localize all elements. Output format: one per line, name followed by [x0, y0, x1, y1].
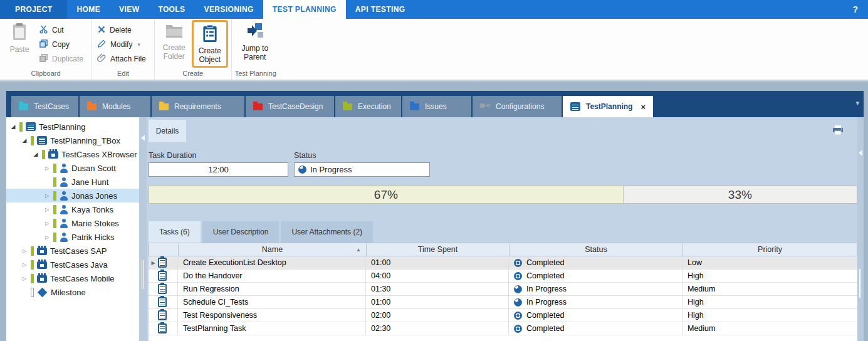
tab-user-description[interactable]: User Description: [202, 221, 280, 243]
tab-configurations[interactable]: Configurations: [473, 96, 562, 117]
tab-tasks[interactable]: Tasks (6): [149, 221, 201, 243]
status-text: Completed: [526, 258, 564, 267]
header-name[interactable]: Name ▲: [178, 243, 366, 256]
tab-user-attachments[interactable]: User Attachments (2): [281, 221, 373, 243]
tab-testcasedesign[interactable]: TestCaseDesign: [246, 96, 334, 117]
cut-button[interactable]: Cut: [37, 24, 88, 36]
tree-item-testplanning-tbox[interactable]: ◢ TestPlanning_TBox: [6, 134, 139, 147]
header-priority[interactable]: Priority: [682, 243, 857, 256]
delete-button[interactable]: Delete: [95, 24, 151, 36]
create-folder-button[interactable]: Create Folder: [158, 20, 191, 61]
copy-button[interactable]: Copy: [37, 38, 88, 51]
menu-home[interactable]: HOME: [67, 0, 110, 19]
task-clipboard-icon: [158, 310, 167, 320]
splitter-grip[interactable]: [142, 260, 144, 289]
tree-item-testcases-java[interactable]: ▷ TestCases Java: [6, 258, 139, 271]
menu-project[interactable]: PROJECT: [0, 0, 67, 19]
collapsed-icon[interactable]: ▷: [21, 262, 28, 268]
tab-testcases[interactable]: TestCases: [11, 96, 78, 117]
menu-test-planning[interactable]: TEST PLANNING: [263, 0, 346, 19]
collapse-left-icon[interactable]: [859, 150, 862, 156]
expanded-icon[interactable]: ◢: [33, 151, 39, 157]
ribbon: Paste Cut Copy: [0, 19, 868, 81]
tree-item-testcases-sap[interactable]: ▷ TestCases SAP: [6, 244, 139, 258]
tree-item-label: TestCases Mobile: [50, 274, 115, 283]
tree-item-testcases-mobile[interactable]: ▷ TestCases Mobile: [6, 271, 139, 285]
tree-item-jonas-jones[interactable]: ▷ Jonas Jones: [6, 189, 139, 202]
table-row[interactable]: Run Regression 01:30 In Progress Medium: [149, 283, 857, 296]
chevron-down-icon[interactable]: ▾: [855, 99, 859, 107]
printer-icon[interactable]: [832, 125, 844, 138]
create-object-button[interactable]: Create Object: [194, 22, 226, 64]
table-row[interactable]: Do the Handover 04:00 Completed High: [149, 270, 857, 283]
tree-item-milestone[interactable]: Milestone: [6, 285, 139, 299]
workspace: TestCases Modules Requirements TestCaseD…: [0, 81, 868, 341]
tree-item-jane-hunt[interactable]: Jane Hunt: [6, 175, 139, 189]
tab-label: TestCaseDesign: [268, 102, 323, 111]
collapsed-icon[interactable]: ▷: [44, 234, 50, 240]
folder-icon: [159, 103, 169, 110]
task-duration-label: Task Duration: [149, 151, 288, 160]
tree-item-label: TestCases XBrowser: [61, 150, 137, 159]
tree-item-label: Dusan Scott: [71, 164, 116, 173]
modify-dropdown-icon[interactable]: ▾: [137, 41, 140, 48]
tree-item-marie-stokes[interactable]: ▷ Marie Stokes: [6, 216, 139, 230]
header-status[interactable]: Status: [509, 243, 682, 256]
cell-status: Completed: [508, 256, 682, 269]
tab-details[interactable]: Details: [149, 120, 186, 142]
row-expand-icon[interactable]: ▶: [150, 260, 156, 266]
cell-status: Completed: [508, 322, 682, 335]
tab-issues[interactable]: Issues: [402, 96, 471, 117]
collapsed-icon[interactable]: ▷: [21, 276, 28, 281]
sort-ascending-icon[interactable]: ▲: [356, 247, 361, 253]
task-duration-input[interactable]: [149, 162, 288, 177]
menu-view[interactable]: VIEW: [110, 0, 149, 19]
duplicate-button[interactable]: Duplicate: [37, 53, 88, 65]
menu-tools[interactable]: TOOLS: [149, 0, 194, 19]
expanded-icon[interactable]: ◢: [21, 137, 28, 144]
expanded-icon[interactable]: ◢: [10, 123, 16, 130]
status-bar: [42, 150, 45, 159]
modify-button[interactable]: Modify ▾: [95, 38, 151, 51]
tree-item-testplanning[interactable]: ◢ TestPlanning: [6, 120, 139, 134]
tree-item-testcases-xbrowser[interactable]: ◢ TestCases XBrowser: [6, 147, 139, 161]
in-progress-icon: [514, 298, 522, 307]
collapse-left-icon[interactable]: [141, 135, 145, 141]
copy-label: Copy: [52, 40, 70, 49]
header-time-spent[interactable]: Time Spent: [366, 243, 509, 256]
tab-execution[interactable]: Execution: [335, 96, 401, 117]
table-row[interactable]: Schedule CI_Tests 01:00 In Progress High: [149, 296, 857, 309]
close-icon[interactable]: ×: [641, 102, 646, 112]
tree-splitter[interactable]: [139, 117, 147, 341]
tree-item-dusan-scott[interactable]: ▷ Dusan Scott: [6, 161, 139, 175]
right-splitter[interactable]: [857, 117, 864, 341]
pencil-icon: [97, 39, 107, 50]
collapsed-icon[interactable]: ▷: [44, 221, 50, 226]
table-row[interactable]: TestPlanning Task 02:30 Completed Medium: [149, 322, 857, 335]
cell-name: Run Regression: [177, 283, 365, 295]
splitter-grip[interactable]: [859, 269, 861, 298]
tab-requirements[interactable]: Requirements: [152, 96, 244, 117]
paste-button[interactable]: Paste: [3, 20, 36, 55]
menu-versioning[interactable]: VERSIONING: [195, 0, 263, 19]
collapsed-icon[interactable]: ▷: [44, 207, 50, 212]
tree-item-label: TestCases Java: [50, 260, 108, 270]
jump-to-parent-button[interactable]: Jump to Parent: [235, 20, 275, 61]
tab-modules[interactable]: Modules: [80, 96, 150, 117]
tab-testplanning[interactable]: TestPlanning ×: [563, 96, 653, 117]
document-icon: [37, 136, 47, 145]
table-row[interactable]: Test Responsiveness 02:00 Completed High: [149, 309, 857, 322]
status-text: In Progress: [526, 298, 567, 307]
help-icon[interactable]: ?: [842, 0, 868, 19]
ribbon-group-clipboard: Paste Cut Copy: [0, 19, 92, 80]
tree-item-patrik-hicks[interactable]: ▷ Patrik Hicks: [6, 230, 139, 244]
collapsed-icon[interactable]: ▷: [44, 193, 50, 199]
table-row[interactable]: ▶ Create ExecutionList Desktop 01:00 Com…: [149, 256, 857, 270]
collapsed-icon[interactable]: ▷: [44, 165, 50, 171]
collapsed-icon[interactable]: ▷: [21, 248, 28, 254]
menu-api-testing[interactable]: API TESTING: [346, 0, 415, 19]
tree-item-kaya-tonks[interactable]: ▷ Kaya Tonks: [6, 202, 139, 216]
status-combo[interactable]: In Progress: [294, 162, 430, 177]
jump-to-parent-icon: [246, 23, 264, 43]
attach-file-button[interactable]: Attach File: [95, 53, 151, 65]
